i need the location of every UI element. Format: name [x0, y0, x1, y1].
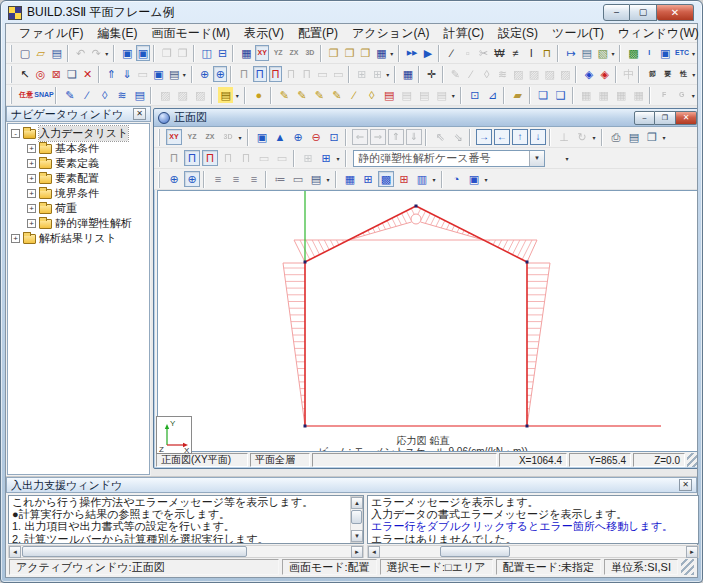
member-label-icon[interactable]: 要	[661, 66, 675, 82]
scroll-right-button-2[interactable]: ►	[686, 546, 698, 558]
tree-expand-icon[interactable]: +	[11, 234, 20, 243]
screen-mode-icon[interactable]: ▣	[120, 45, 134, 61]
select-cursor-icon[interactable]: ↖	[18, 66, 32, 82]
helmet-icon[interactable]: ⊓	[540, 45, 554, 61]
sheet-icon[interactable]: ▤	[580, 45, 594, 61]
scroll-down-button[interactable]: ▼	[351, 530, 363, 542]
area-calc-3-icon[interactable]: ▦	[613, 87, 628, 103]
area-calc-2-icon[interactable]: ▦	[596, 87, 611, 103]
clock-icon[interactable]: ◔	[448, 171, 464, 187]
tile-horizontal-icon[interactable]: ⊟	[216, 45, 230, 61]
mark-page-red-icon[interactable]: ▤	[381, 87, 396, 103]
vframe-blue-icon[interactable]: Π	[184, 150, 200, 166]
panel-icon[interactable]: ▭	[316, 66, 330, 82]
zoom-out-icon[interactable]: ⊖	[308, 129, 324, 145]
scroll-down-view-icon[interactable]: ↓	[530, 129, 546, 145]
yz-plane-icon[interactable]: YZ	[271, 45, 285, 61]
wire-globe-icon[interactable]: ⊕	[198, 66, 212, 82]
right-pane-hscrollbar[interactable]: ◄ ►	[367, 545, 699, 558]
mesh-lines-icon-dropdown[interactable]: ▾	[430, 171, 438, 187]
property-label-icon[interactable]: 性	[677, 66, 691, 82]
area-calc-icon[interactable]: ▦	[579, 87, 594, 103]
zoom-window-icon[interactable]: ⊡	[326, 129, 342, 145]
globe-icon[interactable]: ⊕	[166, 171, 182, 187]
hscroll-thumb[interactable]	[22, 546, 247, 557]
measure-icon[interactable]: ≔	[272, 171, 288, 187]
z-move-down-icon[interactable]: ⇓	[120, 66, 134, 82]
wireframe-red-icon[interactable]: ◈	[598, 66, 612, 82]
pan-left-icon[interactable]: ⇐	[352, 129, 368, 145]
tree-expand-icon[interactable]: +	[27, 174, 36, 183]
resize-grip[interactable]	[681, 559, 694, 575]
vpanel-2-icon[interactable]: ▭	[274, 150, 290, 166]
scroll-right-view-icon[interactable]: →	[476, 129, 492, 145]
tree-expand-icon[interactable]: +	[27, 189, 36, 198]
select-poly-icon[interactable]: ⊿	[485, 87, 500, 103]
mesh-dense-icon[interactable]: ▩	[378, 171, 394, 187]
monitor-view-icon[interactable]: ▣	[466, 171, 482, 187]
hatch-icon[interactable]: ▨	[511, 66, 525, 82]
window-frame-icon[interactable]: ▭	[136, 66, 150, 82]
mark-page-2-icon[interactable]: ▤	[416, 87, 431, 103]
left-pane-vscrollbar[interactable]: ▲ ▼	[350, 496, 363, 543]
image-export-icon[interactable]: ▩	[626, 45, 640, 61]
image-view-icon[interactable]: ▣	[152, 66, 166, 82]
draw-line-icon[interactable]: ∕	[464, 66, 478, 82]
area-calc-4-icon[interactable]: ▦	[631, 87, 646, 103]
tree-item-4[interactable]: +境界条件	[11, 186, 149, 201]
tool-disabled-icon[interactable]: ▨	[157, 87, 172, 103]
case-options-icon-dropdown[interactable]: ▾	[563, 150, 571, 166]
paste-special-icon[interactable]: ⊠	[49, 66, 63, 82]
scroll-left-button-2[interactable]: ◄	[368, 546, 380, 558]
view-close-button[interactable]: ✕	[676, 111, 697, 125]
menu-view[interactable]: 表示(V)	[237, 24, 291, 43]
undo-icon[interactable]: ↶	[74, 45, 88, 61]
tool-disabled-3-icon[interactable]: ▨	[192, 87, 207, 103]
combo-dropdown-icon[interactable]: ▼	[529, 151, 544, 166]
edit-line-icon[interactable]: ∕	[79, 87, 94, 103]
drawing-canvas[interactable]: 応力図 鉛直 ビーム: モーメントスケール 9.06(cm/(kN・m))	[157, 190, 697, 452]
mark-pencil-2-icon[interactable]: ✎	[294, 87, 309, 103]
window-grid-icon[interactable]: ▦	[374, 45, 388, 61]
bucket-icon[interactable]: ●	[251, 87, 266, 103]
etc-export-icon[interactable]: ETC	[674, 45, 690, 61]
support-right-pane[interactable]: エラーメッセージを表示します。入力データの書式エラーメッセージを表示します。エラ…	[367, 495, 699, 544]
menu-place[interactable]: 配置(P)	[291, 24, 345, 43]
etc-export-icon-dropdown[interactable]: ▾	[690, 45, 697, 61]
grid-icon[interactable]: ▦	[401, 66, 415, 82]
screen-copy-icon[interactable]: ▣	[658, 45, 672, 61]
scroll-left-view-icon[interactable]: ←	[494, 129, 510, 145]
property-label-icon-dropdown[interactable]: ▾	[690, 66, 697, 82]
node-label-icon[interactable]: 節	[645, 66, 659, 82]
screen-mode-2-icon[interactable]: ▣	[136, 45, 150, 61]
edit-pencil-icon[interactable]: ✎	[62, 87, 77, 103]
option-g-icon-dropdown[interactable]: ▾	[689, 87, 697, 103]
vframe-gray-icon[interactable]: Π	[166, 150, 182, 166]
zoom-in-icon[interactable]: ⊕	[290, 129, 306, 145]
tree-item-0[interactable]: -入力データリスト	[11, 126, 149, 141]
mark-line-icon[interactable]: ∕	[346, 87, 361, 103]
edit-erase-icon[interactable]: ◊	[97, 87, 112, 103]
menu-tools[interactable]: ツール(T)	[545, 24, 611, 43]
tree-item-5[interactable]: +荷重	[11, 201, 149, 216]
full-view-icon[interactable]: ▲	[272, 129, 288, 145]
hscroll-thumb-2[interactable]	[440, 546, 510, 557]
vframe-red-icon[interactable]: Π	[202, 150, 218, 166]
table-view-icon[interactable]: ▦	[239, 45, 253, 61]
vframe-3-icon[interactable]: Π	[238, 150, 254, 166]
edit-multi-icon[interactable]: ≋	[114, 87, 129, 103]
scroll-up-view-icon[interactable]: ↑	[512, 129, 528, 145]
tab-front-view[interactable]: 正面図(XY平面)	[156, 453, 248, 467]
support-close-icon[interactable]: ✕	[679, 479, 692, 491]
pan-up-icon[interactable]: ⇑	[388, 129, 404, 145]
case-options-icon[interactable]	[547, 150, 563, 166]
option-g-icon[interactable]: G	[674, 87, 689, 103]
view-yz-icon[interactable]: YZ	[184, 129, 200, 145]
copy-icon[interactable]: ❏	[65, 66, 79, 82]
sort-top-icon[interactable]: ≡	[246, 171, 262, 187]
draw-multi-icon[interactable]: ≋	[496, 66, 510, 82]
tree-expand-icon[interactable]: +	[27, 159, 36, 168]
target-icon[interactable]: ◎	[34, 66, 48, 82]
navigator-close-icon[interactable]: ✕	[133, 108, 146, 120]
close-button[interactable]: ✕	[657, 4, 694, 21]
